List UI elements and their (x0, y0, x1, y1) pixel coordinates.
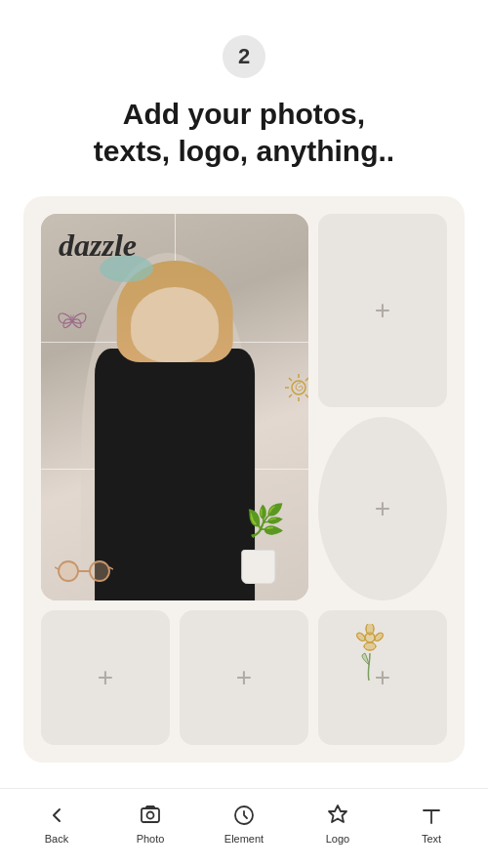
add-icon: + (98, 664, 113, 691)
sun-sticker (281, 370, 308, 412)
plant-leaves: 🌿 (246, 502, 285, 539)
dazzle-text-sticker: dazzle (59, 227, 137, 264)
back-arrow-icon (43, 802, 70, 829)
nav-label-text: Text (422, 833, 441, 845)
svg-line-10 (289, 394, 292, 397)
svg-point-12 (90, 561, 109, 581)
nav-item-text[interactable]: Text (385, 802, 478, 845)
person-body (95, 349, 255, 600)
plant-pot (241, 550, 275, 584)
svg-rect-25 (142, 808, 159, 822)
bottom-mid-cell[interactable]: + (180, 610, 308, 745)
logo-icon (324, 802, 351, 829)
svg-line-7 (289, 378, 292, 381)
photo-icon (137, 802, 164, 829)
add-icon: + (375, 495, 390, 522)
nav-label-element: Element (224, 833, 264, 845)
add-icon: + (375, 297, 390, 324)
top-section: 2 Add your photos,texts, logo, anything.… (0, 0, 488, 196)
top-right-cell[interactable]: + (318, 214, 447, 407)
person-silhouette: 🌿 (74, 261, 275, 600)
svg-point-20 (364, 642, 376, 650)
flower-sticker (353, 624, 386, 684)
svg-point-11 (59, 561, 78, 581)
canvas-area: 🌿 dazzle (23, 196, 465, 763)
bottom-nav: Back Photo Element Logo (0, 788, 488, 868)
nav-label-back: Back (45, 833, 68, 845)
bottom-left-cell[interactable]: + (41, 610, 170, 745)
mid-right-cell[interactable]: + (318, 417, 447, 600)
main-photo-cell[interactable]: 🌿 dazzle (41, 214, 308, 600)
nav-item-element[interactable]: Element (197, 802, 291, 845)
text-icon (418, 802, 445, 829)
svg-point-26 (147, 811, 154, 818)
nav-label-logo: Logo (326, 833, 349, 845)
svg-point-23 (374, 632, 385, 642)
step-number: 2 (238, 44, 250, 69)
glasses-sticker (55, 558, 113, 589)
svg-point-19 (366, 624, 374, 635)
nav-item-logo[interactable]: Logo (291, 802, 385, 845)
svg-line-14 (55, 567, 59, 569)
nav-label-photo: Photo (137, 833, 165, 845)
svg-point-24 (355, 632, 366, 642)
nav-item-back[interactable]: Back (10, 802, 103, 845)
svg-line-9 (305, 378, 308, 381)
butterfly-sticker (53, 302, 92, 348)
svg-line-8 (305, 394, 308, 397)
nav-item-photo[interactable]: Photo (103, 802, 197, 845)
person-photo: 🌿 dazzle (41, 214, 308, 600)
person-face (131, 287, 219, 362)
step-badge: 2 (223, 35, 265, 78)
element-icon (230, 802, 258, 829)
add-icon: + (236, 664, 252, 691)
page-title: Add your photos,texts, logo, anything.. (55, 96, 433, 169)
